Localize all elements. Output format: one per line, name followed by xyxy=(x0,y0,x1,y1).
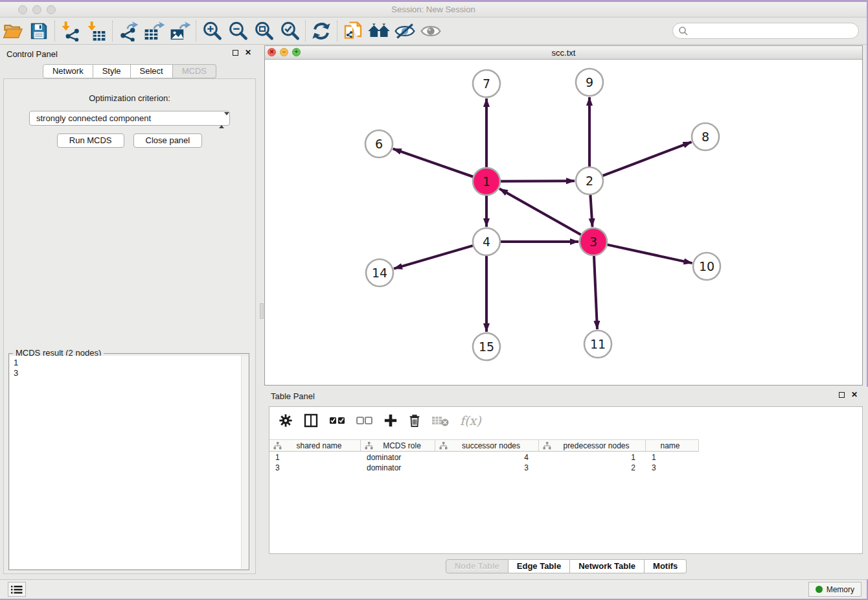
network-canvas[interactable]: 1234678910111415 xyxy=(265,60,862,385)
hide-selected-button[interactable] xyxy=(392,20,418,42)
delete-column-button[interactable] xyxy=(408,413,421,428)
eye-slash-icon xyxy=(394,21,416,41)
control-panel: Control Panel ✕ NetworkStyleSelectMCDS O… xyxy=(0,45,259,579)
delete-table-button[interactable] xyxy=(431,414,450,427)
control-panel-tabs: NetworkStyleSelectMCDS xyxy=(0,64,259,78)
memory-status-icon xyxy=(816,586,823,593)
run-mcds-button[interactable]: Run MCDS xyxy=(57,133,124,148)
import-network-icon xyxy=(60,21,81,41)
refresh-button[interactable] xyxy=(308,20,334,42)
zoom-fit-button[interactable] xyxy=(251,20,277,42)
table-cell[interactable]: 2 xyxy=(539,463,646,473)
splitter-grip[interactable] xyxy=(260,303,264,319)
unselect-all-columns-button[interactable] xyxy=(356,415,373,426)
optimization-criterion-select[interactable]: strongly connected component xyxy=(29,111,230,126)
node-label-2: 2 xyxy=(586,174,593,188)
search-input[interactable] xyxy=(689,25,858,38)
table-rows: 1dominator4113dominator323 xyxy=(269,452,862,473)
tab-network[interactable]: Network xyxy=(43,64,93,78)
zoom-selected-button[interactable] xyxy=(277,20,303,42)
column-layout-button[interactable] xyxy=(303,413,319,428)
column-header-successor-nodes[interactable]: successor nodes xyxy=(435,440,539,451)
hierarchy-icon xyxy=(273,442,282,450)
tab-node-table[interactable]: Node Table xyxy=(446,559,508,573)
tab-mcds[interactable]: MCDS xyxy=(173,64,216,78)
refresh-icon xyxy=(311,21,332,41)
search-field[interactable] xyxy=(672,23,859,39)
table-cell[interactable]: 1 xyxy=(539,452,646,463)
home-fit-button[interactable] xyxy=(366,20,392,42)
edge-1-6[interactable] xyxy=(393,149,474,177)
float-table-panel-icon[interactable] xyxy=(839,392,845,398)
float-panel-icon[interactable] xyxy=(233,50,238,56)
table-cell[interactable]: 4 xyxy=(435,452,539,463)
table-cell[interactable]: 3 xyxy=(269,463,361,473)
tab-style[interactable]: Style xyxy=(93,64,131,78)
window-title: Session: New Session xyxy=(0,5,867,14)
table-row[interactable]: 3dominator323 xyxy=(269,463,862,473)
panel-splitter[interactable] xyxy=(259,45,264,579)
control-panel-title: Control Panel xyxy=(6,49,58,59)
table-row[interactable]: 1dominator411 xyxy=(269,452,862,463)
hierarchy-icon xyxy=(543,442,551,450)
edge-4-14[interactable] xyxy=(394,246,473,268)
table-cell[interactable]: dominator xyxy=(361,463,435,473)
select-all-columns-button[interactable] xyxy=(329,415,346,426)
tab-edge-table[interactable]: Edge Table xyxy=(508,559,570,573)
zoom-in-button[interactable] xyxy=(199,20,225,42)
zoom-in-icon xyxy=(201,21,222,41)
import-network-button[interactable] xyxy=(58,20,84,42)
toolbar-separator xyxy=(54,21,55,41)
edge-3-10[interactable] xyxy=(607,245,692,263)
edge-3-1[interactable] xyxy=(499,189,581,235)
edge-1-2[interactable] xyxy=(501,181,575,181)
column-header-name[interactable]: name xyxy=(646,440,699,451)
edge-2-8[interactable] xyxy=(603,142,692,176)
export-image-button[interactable] xyxy=(167,20,193,42)
table-settings-button[interactable] xyxy=(279,413,293,428)
table-cell[interactable]: 1 xyxy=(646,452,699,463)
close-table-panel-icon[interactable]: ✕ xyxy=(851,391,858,398)
column-label: successor nodes xyxy=(448,441,538,450)
import-table-button[interactable] xyxy=(84,20,109,42)
tab-select[interactable]: Select xyxy=(131,64,173,78)
result-scrollbar[interactable] xyxy=(241,356,248,569)
export-network-icon xyxy=(118,21,139,41)
node-label-6: 6 xyxy=(375,137,383,151)
memory-button[interactable]: Memory xyxy=(808,582,862,597)
save-session-button[interactable] xyxy=(26,20,52,42)
network-window-titlebar: ✕ − + scc.txt xyxy=(265,46,862,60)
column-header-predecessor-nodes[interactable]: predecessor nodes xyxy=(539,440,646,451)
show-all-button[interactable] xyxy=(418,20,444,42)
column-header-mcds-role[interactable]: MCDS role xyxy=(361,440,435,451)
close-panel-icon[interactable]: ✕ xyxy=(245,49,251,56)
close-panel-button[interactable]: Close panel xyxy=(133,133,203,148)
network-view-window: ✕ − + scc.txt 1234678910111415 xyxy=(264,45,863,386)
node-label-1: 1 xyxy=(483,174,490,189)
table-cell[interactable]: 3 xyxy=(646,463,699,473)
zoom-out-button[interactable] xyxy=(225,20,251,42)
column-header-shared-name[interactable]: shared name xyxy=(269,440,361,451)
task-history-button[interactable] xyxy=(8,582,26,597)
function-builder-button[interactable]: f(x) xyxy=(460,413,481,428)
mcds-result-text[interactable]: 1 3 xyxy=(10,356,248,569)
table-cell[interactable]: 1 xyxy=(269,452,361,463)
export-table-button[interactable] xyxy=(141,20,167,42)
toolbar-separator xyxy=(196,21,196,41)
tab-motifs[interactable]: Motifs xyxy=(645,559,687,573)
checked-boxes-icon xyxy=(329,415,346,426)
node-label-11: 11 xyxy=(590,337,606,351)
table-cell[interactable]: dominator xyxy=(361,452,435,463)
tab-network-table[interactable]: Network Table xyxy=(570,559,645,573)
edge-2-3[interactable] xyxy=(590,195,592,227)
table-header-row: shared nameMCDS rolesuccessor nodesprede… xyxy=(269,439,699,452)
open-session-button[interactable] xyxy=(0,20,26,42)
node-label-15: 15 xyxy=(479,340,494,354)
network-graph[interactable]: 1234678910111415 xyxy=(265,60,862,385)
export-network-button[interactable] xyxy=(115,20,141,42)
edge-3-11[interactable] xyxy=(594,256,597,329)
table-cell[interactable]: 3 xyxy=(435,463,539,473)
add-column-button[interactable] xyxy=(383,413,398,428)
toolbar-separator xyxy=(305,21,306,41)
open-network-file-button[interactable] xyxy=(340,20,366,42)
